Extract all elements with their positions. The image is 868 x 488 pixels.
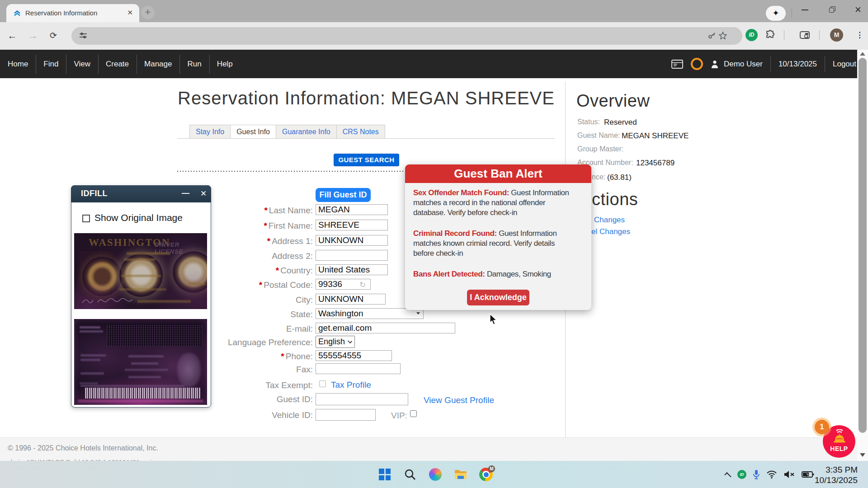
window-close-button[interactable]: ✕ — [849, 0, 867, 20]
page-title: Reservation Information: MEGAN SHREEVE — [177, 88, 555, 108]
browser-tab[interactable]: Reservation Information ✕ — [6, 4, 139, 22]
postal-lookup-spinner-icon: ↻ — [359, 280, 366, 290]
refresh-icon[interactable]: ⟳ — [47, 29, 60, 42]
email-input[interactable] — [316, 323, 455, 333]
form-row-email: E-mail: — [199, 324, 570, 335]
forward-icon[interactable]: → — [27, 29, 39, 42]
file-explorer-icon[interactable] — [454, 468, 467, 481]
window-panel-icon[interactable] — [671, 59, 683, 69]
help-notification-badge: 1 — [815, 420, 829, 434]
fax-input[interactable] — [316, 363, 401, 374]
browser-menu-icon[interactable]: ⋮ — [856, 28, 863, 42]
start-button[interactable] — [378, 468, 392, 481]
tray-wifi-icon[interactable] — [766, 470, 777, 479]
tray-microphone-icon[interactable] — [753, 469, 760, 479]
alert-bans: Bans Alert Detected: Damages, Smoking — [413, 269, 577, 279]
overview-heading: Overview — [576, 91, 650, 111]
nav-item-run[interactable]: Run — [179, 50, 209, 78]
license-front-uv-image: WASHINGTON DRIVER LICENSE — [74, 233, 207, 309]
guest-name-label: Guest Name: — [577, 131, 620, 140]
help-button[interactable]: HELP 1 — [823, 425, 855, 458]
idfill-titlebar[interactable]: IDFILL — ✕ — [71, 185, 211, 202]
view-guest-profile-link[interactable]: View Guest Profile — [424, 395, 494, 405]
vip-label: VIP: — [391, 411, 407, 421]
session-date: 10/13/2025 — [778, 60, 817, 69]
new-tab-button[interactable]: + — [141, 6, 155, 19]
browser-profile-avatar[interactable]: M — [830, 28, 843, 42]
chrome-taskbar-icon[interactable]: M — [479, 468, 493, 481]
logged-in-user[interactable]: Demo User — [724, 60, 763, 69]
tax-exempt-checkbox[interactable] — [319, 380, 326, 387]
taskbar-time: 3:35 PM — [815, 465, 858, 475]
tab-guarantee-info[interactable]: Guarantee Info — [276, 125, 337, 139]
first-name-input[interactable] — [316, 220, 388, 230]
taskbar-date: 10/13/2025 — [815, 475, 858, 485]
tray-battery-icon[interactable] — [802, 471, 814, 478]
phone-input[interactable] — [316, 350, 392, 361]
country-select[interactable]: United States — [316, 264, 388, 275]
id-extension-icon[interactable]: ID — [745, 29, 758, 41]
window-restore-button[interactable] — [823, 0, 841, 20]
nav-item-help[interactable]: Help — [209, 50, 241, 78]
tax-profile-link[interactable]: Tax Profile — [331, 380, 371, 390]
show-original-image-checkbox[interactable] — [82, 215, 90, 222]
password-key-icon[interactable] — [707, 31, 717, 41]
tray-id-icon[interactable]: ID — [737, 470, 746, 479]
site-settings-icon[interactable] — [80, 33, 87, 39]
extensions-puzzle-icon[interactable] — [765, 29, 776, 41]
idfill-title: IDFILL — [81, 189, 108, 198]
nav-item-find[interactable]: Find — [36, 50, 66, 78]
nav-item-view[interactable]: View — [66, 50, 98, 78]
nav-item-home[interactable]: Home — [0, 50, 36, 78]
scrollbar-up-arrow[interactable] — [860, 52, 865, 56]
tab-stay-info[interactable]: Stay Info — [189, 125, 231, 139]
browser-tab-title: Reservation Information — [25, 9, 97, 17]
page-footer: © 1996 - 2025 Choice Hotels Internationa… — [0, 437, 857, 461]
window-minimize-button[interactable] — [796, 0, 814, 20]
address1-input[interactable] — [316, 235, 388, 246]
fill-guest-id-button[interactable]: Fill Guest ID — [316, 188, 371, 202]
nav-item-create[interactable]: Create — [98, 50, 137, 78]
scrollbar-down-arrow[interactable] — [860, 453, 865, 457]
support-ring-icon[interactable] — [691, 58, 703, 70]
toolbar-separator — [784, 30, 784, 40]
tab-search-icon[interactable] — [799, 30, 811, 41]
changes-link-fragment[interactable]: Changes — [594, 216, 625, 225]
acknowledge-button[interactable]: I Acknowledge — [467, 290, 529, 305]
address-bar[interactable] — [71, 27, 742, 45]
pinned-extension-icon[interactable]: ✦ — [766, 6, 786, 21]
tabs-underline — [177, 138, 555, 139]
page-scrollbar[interactable] — [857, 50, 868, 461]
idfill-minimize-icon[interactable]: — — [182, 189, 189, 198]
tab-crs-notes[interactable]: CRS Notes — [337, 125, 385, 139]
scrollbar-thumb[interactable] — [859, 58, 867, 433]
guest-search-button[interactable]: GUEST SEARCH — [334, 154, 399, 166]
language-select[interactable]: English — [316, 336, 355, 348]
tab-close-icon[interactable]: ✕ — [127, 9, 133, 17]
cancel-changes-link-fragment[interactable]: el Changes — [591, 227, 630, 236]
choice-hotels-favicon — [14, 9, 21, 17]
vehicle-id-input[interactable] — [316, 409, 376, 421]
state-select[interactable]: Washington — [316, 308, 424, 319]
window-controls-separator — [792, 9, 792, 19]
bookmark-star-icon[interactable] — [718, 31, 728, 41]
taskbar-search-icon[interactable] — [403, 468, 417, 481]
alert-criminal-record: Criminal Record Found: Guest Information… — [413, 229, 577, 258]
toolbar-separator-2 — [819, 30, 820, 40]
idfill-close-icon[interactable]: ✕ — [200, 189, 207, 198]
form-row-guest-id: Guest ID: View Guest Profile — [199, 394, 570, 405]
guest-id-input[interactable] — [316, 393, 408, 405]
city-input[interactable] — [316, 294, 386, 305]
copilot-icon[interactable] — [429, 468, 442, 481]
last-name-input[interactable] — [316, 204, 388, 215]
logout-link[interactable]: Logout — [833, 60, 856, 69]
tray-volume-muted-icon[interactable] — [783, 470, 795, 479]
taskbar-clock[interactable]: 3:35 PM 10/13/2025 — [815, 465, 858, 485]
tray-chevron-icon[interactable] — [724, 472, 731, 479]
tab-guest-info[interactable]: Guest Info — [231, 125, 276, 139]
back-icon[interactable]: ← — [6, 29, 19, 42]
address2-input[interactable] — [316, 250, 388, 261]
nav-item-manage[interactable]: Manage — [137, 50, 179, 78]
vip-checkbox[interactable] — [410, 410, 417, 417]
form-row-fax: Fax: — [199, 365, 570, 375]
